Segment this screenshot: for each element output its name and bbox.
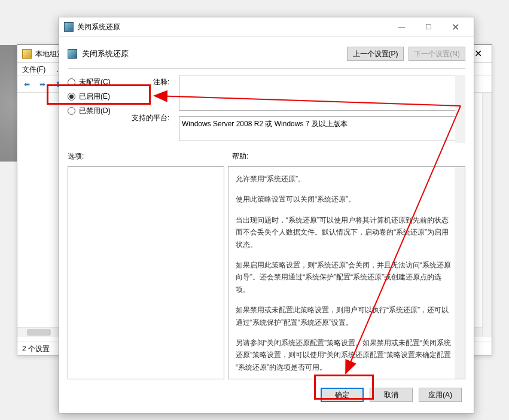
labels-column: 注释: 支持的平台:: [123, 75, 172, 143]
options-label: 选项:: [68, 151, 232, 162]
ok-button[interactable]: 确定: [321, 388, 364, 402]
help-scrollbar[interactable]: [455, 167, 465, 379]
radio-label: 已启用(E): [79, 92, 110, 102]
dlg-body: 关闭系统还原 上一个设置(P) 下一个设置(N) 未配置(C) 已启用(E): [59, 36, 474, 413]
fields-column: [179, 75, 465, 143]
help-p: 当出现问题时，“系统还原”可以使用户将其计算机还原到先前的状态而不会丢失个人数据…: [236, 214, 453, 251]
help-text: 允许禁用“系统还原”。 使用此策略设置可以关闭“系统还原”。 当出现问题时，“系…: [236, 173, 453, 373]
maximize-icon[interactable]: ☐: [415, 19, 442, 35]
apply-button[interactable]: 应用(A): [419, 388, 462, 402]
radio-icon: [68, 93, 75, 101]
help-p: 另请参阅“关闭系统还原配置”策略设置。如果禁用或未配置“关闭系统还原”策略设置，…: [236, 337, 453, 373]
panes-row: 允许禁用“系统还原”。 使用此策略设置可以关闭“系统还原”。 当出现问题时，“系…: [68, 166, 465, 379]
policy-dialog: 关闭系统还原 ― ☐ ✕ 关闭系统还原 上一个设置(P) 下一个设置(N) 未配…: [59, 17, 474, 413]
radio-icon: [68, 78, 75, 86]
cancel-button[interactable]: 取消: [370, 388, 413, 402]
back-icon[interactable]: ⬅: [21, 78, 33, 90]
minimize-icon[interactable]: ―: [388, 19, 415, 35]
bg-scrollbar-vertical[interactable]: [482, 93, 492, 337]
divider: [68, 68, 465, 69]
status-text: 2 个设置: [22, 345, 50, 353]
radio-label: 未配置(C): [79, 77, 111, 87]
gp-icon: [22, 49, 32, 59]
help-p: 如果启用此策略设置，则“系统还原”会关闭，并且无法访问“系统还原向导”。还会禁用…: [236, 259, 453, 296]
dialog-buttons: 确定 取消 应用(A): [68, 379, 465, 403]
help-p: 允许禁用“系统还原”。: [236, 173, 453, 185]
options-pane: [68, 166, 224, 379]
help-p: 如果禁用或未配置此策略设置，则用户可以执行“系统还原”，还可以通过“系统保护”配…: [236, 304, 453, 328]
platform-textarea: [179, 116, 465, 141]
platform-label: 支持的平台:: [123, 111, 169, 125]
platform-scrollbar[interactable]: [455, 112, 465, 143]
help-label: 帮助:: [232, 151, 465, 162]
section-labels: 选项: 帮助:: [68, 151, 465, 162]
radio-disabled[interactable]: 已禁用(D): [68, 104, 115, 118]
background-shadow: [0, 45, 18, 162]
policy-icon: [68, 49, 77, 59]
help-pane: 允许禁用“系统还原”。 使用此策略设置可以关闭“系统还原”。 当出现问题时，“系…: [228, 166, 465, 379]
config-grid: 未配置(C) 已启用(E) 已禁用(D) 注释: 支持的平台:: [68, 75, 465, 143]
radio-enabled[interactable]: 已启用(E): [68, 89, 115, 104]
prev-setting-button[interactable]: 上一个设置(P): [347, 47, 404, 61]
policy-title: 关闭系统还原: [82, 48, 347, 59]
dlg-title: 关闭系统还原: [77, 22, 120, 32]
radio-icon: [68, 107, 75, 115]
close-icon[interactable]: ✕: [442, 19, 469, 35]
dlg-titlebar: 关闭系统还原 ― ☐ ✕: [59, 17, 474, 36]
next-setting-button: 下一个设置(N): [409, 47, 465, 61]
comment-scrollbar[interactable]: [455, 75, 465, 112]
menu-file[interactable]: 文件(F): [22, 65, 45, 74]
policy-header-row: 关闭系统还原 上一个设置(P) 下一个设置(N): [68, 47, 465, 61]
radio-not-configured[interactable]: 未配置(C): [68, 75, 115, 89]
forward-icon[interactable]: ➡: [36, 78, 48, 90]
comment-label: 注释:: [123, 75, 169, 111]
help-p: 使用此策略设置可以关闭“系统还原”。: [236, 193, 453, 205]
radio-label: 已禁用(D): [79, 106, 111, 116]
radio-group: 未配置(C) 已启用(E) 已禁用(D): [68, 75, 115, 143]
comment-textarea[interactable]: [179, 75, 465, 111]
policy-title-icon: [64, 22, 74, 32]
